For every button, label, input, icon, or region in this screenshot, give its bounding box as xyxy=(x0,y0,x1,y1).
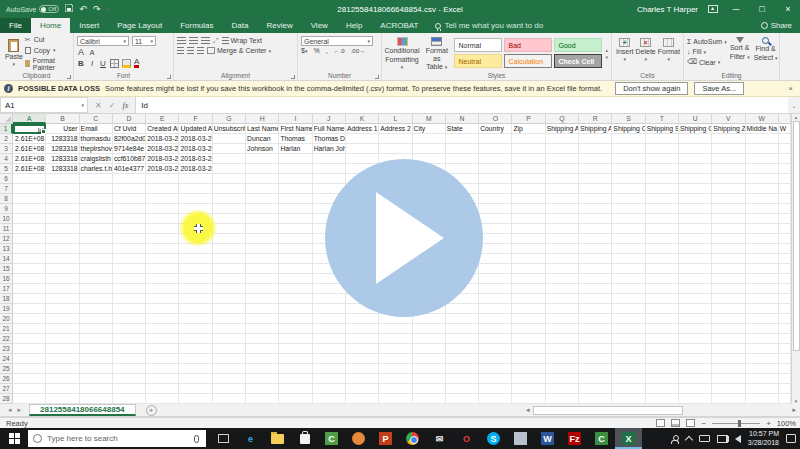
prev-sheet-icon[interactable]: ◂ xyxy=(8,406,12,414)
cell[interactable] xyxy=(13,294,46,304)
cell[interactable] xyxy=(579,314,612,324)
number-format-select[interactable]: General▾ xyxy=(301,36,373,46)
cell[interactable] xyxy=(579,244,612,254)
cell[interactable] xyxy=(213,264,246,274)
bold-button[interactable]: B xyxy=(77,59,85,68)
cell[interactable] xyxy=(213,354,246,364)
cell[interactable] xyxy=(679,334,712,344)
column-header-A[interactable]: A xyxy=(13,114,46,124)
cell[interactable] xyxy=(746,194,779,204)
cell[interactable] xyxy=(646,344,679,354)
cell[interactable] xyxy=(246,264,279,274)
cell[interactable] xyxy=(779,244,791,254)
cell[interactable] xyxy=(512,194,545,204)
new-sheet-button[interactable]: + xyxy=(146,405,157,416)
column-header-Q[interactable]: Q xyxy=(546,114,579,124)
cell[interactable] xyxy=(413,324,446,334)
cell[interactable] xyxy=(779,184,791,194)
cell[interactable] xyxy=(612,324,645,334)
cell[interactable] xyxy=(612,334,645,344)
row-header-1[interactable]: 1 xyxy=(0,124,13,134)
cell[interactable] xyxy=(746,284,779,294)
cell[interactable] xyxy=(546,204,579,214)
cell[interactable] xyxy=(80,334,113,344)
cell[interactable] xyxy=(646,314,679,324)
cell[interactable] xyxy=(646,144,679,154)
cell[interactable] xyxy=(413,394,446,404)
cell[interactable] xyxy=(712,134,745,144)
insert-function-icon[interactable]: fx xyxy=(122,101,128,110)
cell[interactable] xyxy=(546,354,579,364)
cell[interactable] xyxy=(579,144,612,154)
cell[interactable] xyxy=(579,154,612,164)
cell[interactable] xyxy=(746,234,779,244)
cell[interactable] xyxy=(313,354,346,364)
row-header-6[interactable]: 6 xyxy=(0,174,13,184)
cell[interactable] xyxy=(712,354,745,364)
edge-icon[interactable]: e xyxy=(237,428,264,449)
cell[interactable] xyxy=(479,254,512,264)
cell[interactable]: 2018-03-2 xyxy=(146,134,179,144)
cell[interactable] xyxy=(179,194,212,204)
cell[interactable] xyxy=(313,324,346,334)
paste-button[interactable]: Paste ▾ xyxy=(3,35,25,71)
cell[interactable] xyxy=(146,294,179,304)
cell[interactable] xyxy=(512,244,545,254)
cell[interactable] xyxy=(479,154,512,164)
cell[interactable] xyxy=(279,344,312,354)
cell[interactable] xyxy=(113,204,146,214)
cell[interactable] xyxy=(246,224,279,234)
cell[interactable] xyxy=(579,254,612,264)
cell[interactable] xyxy=(213,154,246,164)
sheet-tab[interactable]: 2812558418066648854 xyxy=(29,404,136,416)
cell[interactable]: 2018-03-28 04:17:41 xyxy=(179,134,212,144)
cell[interactable] xyxy=(612,354,645,364)
cell[interactable] xyxy=(579,174,612,184)
cell[interactable] xyxy=(546,314,579,324)
cell[interactable] xyxy=(712,364,745,374)
tab-page-layout[interactable]: Page Layout xyxy=(108,18,171,33)
cell[interactable] xyxy=(346,324,379,334)
cell[interactable] xyxy=(179,284,212,294)
row-header-4[interactable]: 4 xyxy=(0,154,13,164)
name-box[interactable]: A1 ▾ xyxy=(0,97,88,113)
cell[interactable] xyxy=(746,344,779,354)
cell[interactable] xyxy=(146,184,179,194)
align-left-icon[interactable] xyxy=(177,47,184,54)
tray-expand-icon[interactable] xyxy=(685,436,693,444)
cell[interactable] xyxy=(546,254,579,264)
cell[interactable] xyxy=(712,244,745,254)
cell[interactable] xyxy=(246,384,279,394)
cell[interactable] xyxy=(146,364,179,374)
cell[interactable] xyxy=(146,394,179,404)
dialog-launcher-icon[interactable] xyxy=(167,75,171,79)
cell[interactable] xyxy=(213,224,246,234)
cell[interactable] xyxy=(679,234,712,244)
cell[interactable] xyxy=(579,324,612,334)
cell[interactable] xyxy=(46,174,79,184)
cell[interactable] xyxy=(546,134,579,144)
row-header-3[interactable]: 3 xyxy=(0,144,13,154)
cell[interactable] xyxy=(213,234,246,244)
cell[interactable] xyxy=(512,134,545,144)
column-header-K[interactable]: K xyxy=(346,114,379,124)
cell[interactable] xyxy=(579,284,612,294)
cell[interactable] xyxy=(80,214,113,224)
cell[interactable] xyxy=(679,204,712,214)
cell[interactable] xyxy=(479,394,512,404)
row-header-12[interactable]: 12 xyxy=(0,234,13,244)
cell[interactable]: 2018-03-28 20:24:18 UTC xyxy=(179,164,212,174)
cell[interactable] xyxy=(213,394,246,404)
scroll-left-icon[interactable]: ◂ xyxy=(522,406,534,414)
cell[interactable] xyxy=(746,154,779,164)
cell[interactable] xyxy=(313,374,346,384)
word-icon[interactable]: W xyxy=(534,428,561,449)
cell[interactable] xyxy=(179,304,212,314)
cell[interactable] xyxy=(113,374,146,384)
cell[interactable] xyxy=(712,304,745,314)
align-bottom-icon[interactable] xyxy=(201,37,210,44)
cell[interactable] xyxy=(213,374,246,384)
cell[interactable] xyxy=(80,244,113,254)
cell[interactable] xyxy=(512,164,545,174)
microphone-icon[interactable] xyxy=(194,435,199,443)
